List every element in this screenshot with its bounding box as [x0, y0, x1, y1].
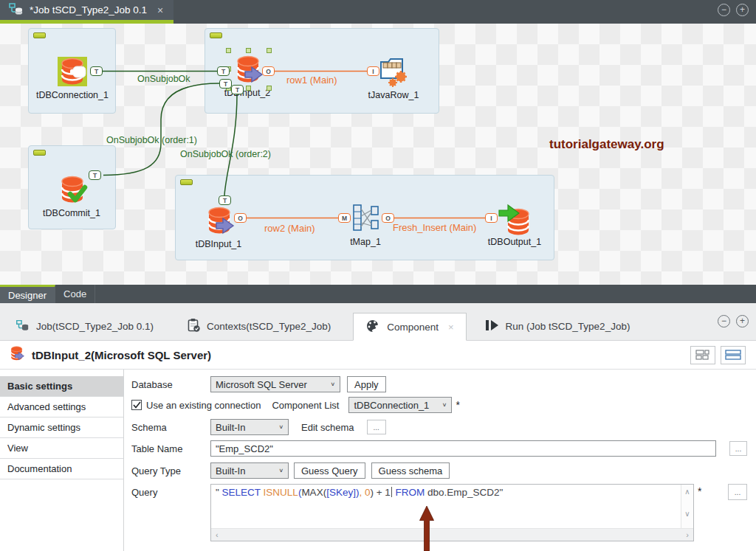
maximize-panel-icon[interactable]: +	[736, 315, 749, 328]
chevron-down-icon: ∨	[442, 402, 447, 408]
link-label-row1[interactable]: row1 (Main)	[286, 74, 337, 86]
javarow-icon	[377, 55, 410, 89]
port-output[interactable]: O	[262, 66, 275, 76]
component-label: tDBCommit_1	[43, 208, 100, 218]
db-connection-icon	[55, 55, 89, 89]
tab-job[interactable]: Job(tSCD_Type2_Job 0.1)	[3, 312, 165, 340]
component-tdboutput[interactable]: tDBOutput_1	[470, 201, 559, 247]
db-input-icon	[230, 52, 264, 86]
guess-query-button[interactable]: Guess Query	[294, 462, 365, 479]
required-marker: *	[698, 485, 701, 497]
component-tjavarow[interactable]: tJavaRow_1	[349, 55, 438, 100]
query-type-select[interactable]: Built-In ∨	[210, 462, 289, 479]
schema-select[interactable]: Built-In ∨	[210, 419, 289, 435]
link-label-row2[interactable]: row2 (Main)	[264, 223, 315, 234]
link-label-order2[interactable]: OnSubjobOk (order:2)	[180, 149, 271, 159]
scroll-down-icon[interactable]: ∨	[684, 510, 690, 518]
existing-connection-checkbox[interactable]	[131, 400, 142, 410]
link-label-order1[interactable]: OnSubjobOk (order:1)	[106, 135, 197, 145]
query-label: Query	[131, 484, 210, 498]
sidebar-item-dynamic-settings[interactable]: Dynamic settings	[0, 417, 123, 438]
query-editor[interactable]: " SELECT ISNULL(MAX([SKey]), 0) + 1 FROM…	[210, 484, 694, 541]
tab-component[interactable]: Component ×	[353, 313, 466, 341]
schema-select-value: Built-In	[216, 422, 274, 433]
close-icon[interactable]: ×	[448, 322, 454, 333]
component-label: tJavaRow_1	[368, 90, 419, 100]
component-label: tDBOutput_1	[488, 237, 541, 247]
db-commit-icon	[55, 173, 89, 207]
tab-code-label: Code	[63, 288, 86, 299]
subjob-status-chip	[33, 150, 46, 156]
design-canvas[interactable]: tDBConnection_1 tDBInput_2	[0, 24, 756, 285]
tab-job-label: Job(tSCD_Type2_Job 0.1)	[36, 321, 154, 332]
job-editor-tab[interactable]: *Job tSCD_Type2_Job 0.1 ×	[0, 0, 173, 20]
layout-rows-view-button[interactable]	[721, 346, 746, 364]
component-list-label: Component List	[272, 400, 339, 411]
subjob-status-chip	[210, 32, 222, 38]
port-trigger[interactable]: T	[90, 66, 103, 76]
apply-button[interactable]: Apply	[347, 376, 386, 392]
port-trigger[interactable]: T	[219, 79, 232, 89]
query-vertical-scrollbar[interactable]: ∧ ∨	[681, 485, 693, 528]
table-name-input[interactable]: "Emp_SCD2"	[210, 440, 716, 457]
component-tdbconnection[interactable]: tDBConnection_1	[28, 55, 117, 100]
scroll-left-icon[interactable]: ‹	[216, 530, 219, 539]
query-horizontal-scrollbar[interactable]: ‹ ›	[211, 528, 693, 541]
port-trigger[interactable]: T	[89, 170, 101, 180]
table-name-value: "Emp_SCD2"	[216, 443, 273, 454]
component-tdbinput2[interactable]: tDBInput_2	[203, 52, 292, 98]
tab-run[interactable]: Run (Job tSCD_Type2_Job)	[472, 312, 642, 340]
scroll-right-icon[interactable]: ›	[686, 530, 689, 539]
sidebar-item-view[interactable]: View	[0, 438, 123, 459]
database-select[interactable]: Microsoft SQL Server ∨	[210, 376, 340, 392]
tab-code[interactable]: Code	[55, 285, 95, 303]
tab-designer-label: Designer	[8, 290, 47, 301]
component-panel-header: tDBInput_2(Microsoft SQL Server)	[0, 341, 756, 370]
port-trigger[interactable]: T	[231, 85, 244, 94]
db-output-icon	[498, 201, 532, 235]
chevron-down-icon: ∨	[330, 381, 335, 387]
minimize-panel-icon[interactable]: −	[718, 315, 730, 328]
basic-settings-form: Database Microsoft SQL Server ∨ Apply Us…	[124, 370, 756, 551]
component-tdbinput1[interactable]: tDBInput_1	[174, 204, 263, 249]
subjob-status-chip	[33, 32, 46, 38]
component-list-select[interactable]: tDBConnection_1 ∨	[348, 397, 452, 413]
query-ellipsis-button[interactable]: ...	[728, 484, 747, 500]
scroll-up-icon[interactable]: ∧	[684, 488, 690, 496]
database-select-value: Microsoft SQL Server	[216, 379, 326, 390]
sidebar-item-basic-settings[interactable]: Basic settings	[0, 376, 123, 397]
tab-contexts-label: Contexts(tSCD_Type2_Job)	[207, 321, 331, 332]
db-input-icon	[202, 204, 236, 238]
minimize-view-icon[interactable]: −	[718, 4, 730, 16]
sidebar-item-advanced-settings[interactable]: Advanced settings	[0, 397, 123, 417]
port-input[interactable]: I	[367, 66, 379, 76]
bottom-tab-bar: Job(tSCD_Type2_Job 0.1) Contexts(tSCD_Ty…	[0, 303, 756, 341]
component-list-value: tDBConnection_1	[354, 400, 437, 411]
link-label-onsubjobok[interactable]: OnSubjobOk	[137, 74, 190, 84]
close-icon[interactable]: ×	[157, 4, 163, 16]
watermark-text: tutorialgateway.org	[549, 137, 664, 152]
guess-schema-button[interactable]: Guess schema	[371, 462, 450, 479]
job-icon	[15, 318, 30, 335]
link-label-fresh-insert[interactable]: Fresh_Insert (Main)	[393, 222, 476, 233]
edit-schema-label: Edit schema	[301, 422, 354, 433]
query-text[interactable]: " SELECT ISNULL(MAX([SKey]), 0) + 1 FROM…	[211, 485, 681, 528]
component-panel-title: tDBInput_2(Microsoft SQL Server)	[32, 349, 211, 361]
port-input[interactable]: I	[485, 213, 498, 223]
required-marker: *	[456, 399, 459, 411]
tab-designer[interactable]: Designer	[0, 285, 55, 303]
sidebar-item-documentation[interactable]: Documentation	[0, 459, 123, 479]
database-label: Database	[131, 379, 210, 390]
table-name-ellipsis-button[interactable]: ...	[729, 441, 747, 456]
edit-schema-ellipsis-button[interactable]: ...	[367, 420, 386, 434]
tab-contexts[interactable]: Contexts(tSCD_Type2_Job)	[176, 312, 343, 340]
port-map[interactable]: M	[338, 213, 351, 223]
port-output[interactable]: O	[234, 213, 247, 223]
chevron-down-icon: ∨	[278, 424, 284, 430]
component-palette-icon	[365, 319, 380, 336]
port-trigger[interactable]: T	[219, 195, 231, 205]
layout-split-view-button[interactable]	[690, 346, 715, 364]
maximize-view-icon[interactable]: +	[736, 4, 749, 16]
component-tdbcommit[interactable]: tDBCommit_1	[27, 173, 116, 218]
port-trigger[interactable]: T	[217, 66, 230, 76]
